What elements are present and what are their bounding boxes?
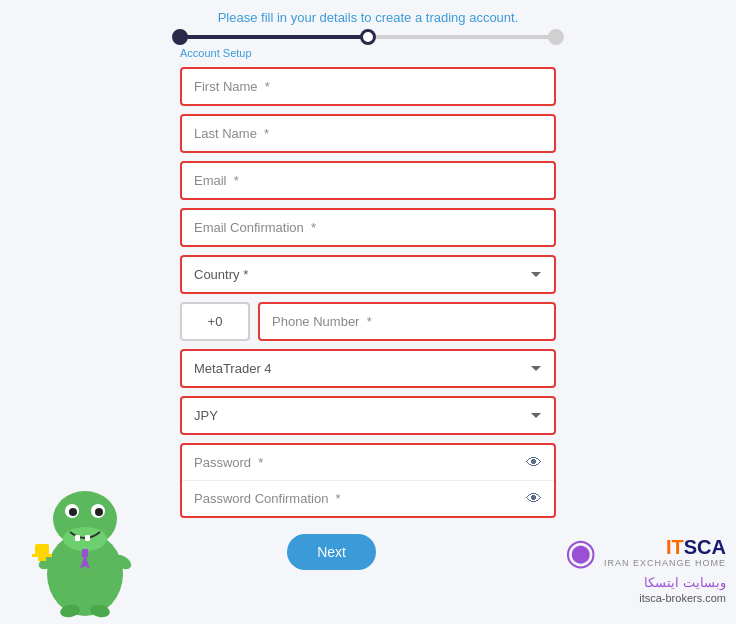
progress-track xyxy=(180,35,556,39)
next-button[interactable]: Next xyxy=(287,534,376,570)
logo-it: IT xyxy=(666,536,684,558)
logo-subtitle-persian: وبسایت ایتسکا xyxy=(565,575,726,590)
svg-point-6 xyxy=(95,508,103,516)
mascot-crocodile xyxy=(20,444,150,624)
svg-rect-16 xyxy=(32,554,52,557)
logo-tagline: IRAN EXCHANGE HOME xyxy=(604,558,726,568)
section-label: Account Setup xyxy=(180,47,736,59)
logo-url: itsca-brokers.com xyxy=(565,592,726,604)
email-confirm-input[interactable] xyxy=(180,208,556,247)
top-message: Please fill in your details to create a … xyxy=(0,0,736,25)
phone-row xyxy=(180,302,556,341)
step-dot-2 xyxy=(360,29,376,45)
last-name-input[interactable] xyxy=(180,114,556,153)
password-input[interactable] xyxy=(190,449,522,476)
step-dot-1 xyxy=(172,29,188,45)
password-eye-icon[interactable]: 👁 xyxy=(522,452,546,474)
platform-select[interactable]: MetaTrader 4 MetaTrader 5 xyxy=(180,349,556,388)
phone-prefix-input[interactable] xyxy=(180,302,250,341)
country-select[interactable]: Country * Iran United States United King… xyxy=(180,255,556,294)
password-confirm-row: 👁 xyxy=(182,481,554,516)
svg-rect-8 xyxy=(85,535,90,541)
password-confirm-eye-icon[interactable]: 👁 xyxy=(522,488,546,510)
password-fields-wrapper: 👁 👁 xyxy=(180,443,556,518)
svg-rect-10 xyxy=(82,549,88,557)
progress-fill xyxy=(180,35,368,39)
progress-bar-container xyxy=(0,35,736,39)
logo-icon: ◉ xyxy=(565,531,596,573)
currency-select[interactable]: JPY USD EUR GBP xyxy=(180,396,556,435)
svg-point-5 xyxy=(69,508,77,516)
logo-text: ITSCA IRAN EXCHANGE HOME xyxy=(604,536,726,568)
first-name-input[interactable] xyxy=(180,67,556,106)
svg-rect-7 xyxy=(75,535,80,541)
email-input[interactable] xyxy=(180,161,556,200)
password-confirm-input[interactable] xyxy=(190,485,522,512)
logo-sca: SCA xyxy=(684,536,726,558)
logo-box: ◉ ITSCA IRAN EXCHANGE HOME xyxy=(565,531,726,573)
password-row: 👁 xyxy=(182,445,554,481)
svg-rect-17 xyxy=(38,557,46,561)
phone-number-input[interactable] xyxy=(258,302,556,341)
itsca-logo-area: ◉ ITSCA IRAN EXCHANGE HOME وبسایت ایتسکا… xyxy=(565,531,726,604)
step-dot-3 xyxy=(548,29,564,45)
